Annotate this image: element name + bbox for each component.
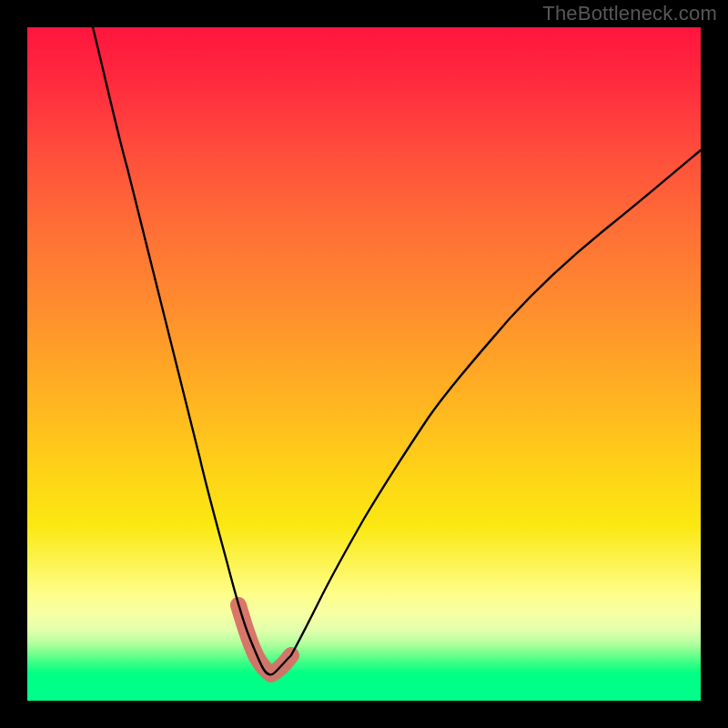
curve-svg xyxy=(27,27,701,701)
bottleneck-curve xyxy=(93,27,701,674)
chart-canvas: TheBottleneck.com xyxy=(0,0,728,728)
watermark-text: TheBottleneck.com xyxy=(542,2,717,25)
plot-area xyxy=(27,27,701,701)
